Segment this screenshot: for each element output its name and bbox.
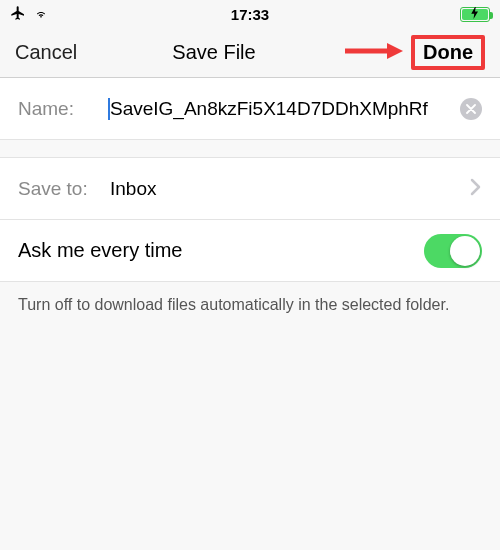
switch-knob bbox=[450, 236, 480, 266]
ask-every-time-row: Ask me every time bbox=[0, 220, 500, 282]
wifi-icon bbox=[32, 6, 50, 23]
toggle-label: Ask me every time bbox=[18, 239, 424, 262]
clear-text-button[interactable] bbox=[460, 98, 482, 120]
save-to-row[interactable]: Save to: Inbox bbox=[0, 158, 500, 220]
footer-description: Turn off to download files automatically… bbox=[0, 282, 500, 328]
status-left bbox=[10, 5, 90, 24]
charging-bolt-icon bbox=[471, 7, 479, 21]
close-icon bbox=[466, 104, 476, 114]
chevron-right-icon bbox=[470, 178, 482, 200]
save-to-value: Inbox bbox=[108, 178, 462, 200]
arrow-annotation-icon bbox=[343, 41, 403, 65]
status-right bbox=[410, 7, 490, 22]
ask-every-time-toggle[interactable] bbox=[424, 234, 482, 268]
name-row[interactable]: Name: SaveIG_An8kzFi5X14D7DDhXMphRf bbox=[0, 78, 500, 140]
svg-marker-1 bbox=[387, 43, 403, 59]
done-button[interactable]: Done bbox=[411, 35, 485, 70]
nav-bar: Cancel Save File Done bbox=[0, 28, 500, 78]
battery-icon bbox=[460, 7, 490, 22]
name-input[interactable]: SaveIG_An8kzFi5X14D7DDhXMphRf bbox=[108, 98, 454, 120]
section-spacer bbox=[0, 140, 500, 158]
status-time: 17:33 bbox=[90, 6, 410, 23]
name-label: Name: bbox=[18, 98, 108, 120]
status-bar: 17:33 bbox=[0, 0, 500, 28]
save-to-label: Save to: bbox=[18, 178, 108, 200]
airplane-mode-icon bbox=[10, 5, 26, 24]
content-area: Name: SaveIG_An8kzFi5X14D7DDhXMphRf Save… bbox=[0, 78, 500, 328]
page-title: Save File bbox=[85, 41, 343, 64]
